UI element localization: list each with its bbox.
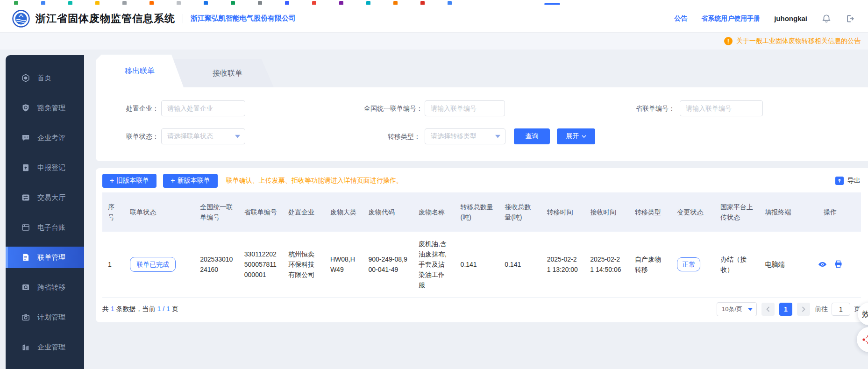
cell-waste-name: 废机油,含油废抹布,手套及沾染油工作服 bbox=[413, 232, 455, 297]
print-icon[interactable] bbox=[834, 260, 842, 268]
goto-page-input[interactable] bbox=[832, 303, 850, 316]
page-separator: / bbox=[163, 305, 164, 312]
sidebar-item-manifest[interactable]: 联单管理 bbox=[6, 247, 84, 268]
bookmark-favicon[interactable] bbox=[258, 1, 262, 5]
bookmark-favicon[interactable] bbox=[312, 1, 316, 5]
sidebar-item-declaration[interactable]: 申报登记 bbox=[6, 157, 84, 178]
bookmark-favicon[interactable] bbox=[204, 1, 208, 5]
manifest-table: 序号 联单状态 全国统一联单编号 省联单编号 处置企业 废物大类 废物代码 废物… bbox=[102, 192, 861, 298]
company-name: 浙江聚弘凯智能电气股份有限公司 bbox=[191, 14, 296, 23]
expand-button[interactable]: 展开 bbox=[557, 128, 595, 144]
bookmark-favicon[interactable] bbox=[420, 1, 425, 5]
view-icon[interactable] bbox=[818, 261, 827, 268]
announcement-icon: ! bbox=[724, 37, 733, 45]
total-count: 1 bbox=[111, 305, 114, 312]
bookmark-favicon[interactable] bbox=[231, 1, 235, 5]
bookmark-favicon[interactable] bbox=[366, 1, 370, 5]
sidebar-item-evaluation[interactable]: 企业考评 bbox=[6, 127, 84, 149]
declaration-icon bbox=[21, 163, 30, 172]
chevron-down-icon bbox=[582, 135, 586, 138]
cell-transfer-qty: 0.141 bbox=[455, 232, 499, 297]
column-header: 填报终端 bbox=[760, 192, 800, 232]
next-page-button[interactable] bbox=[797, 303, 810, 316]
sidebar: 首页 豁免管理 企业考评 申报登记 交易大厅 电子台账 联单管理 bbox=[6, 55, 84, 369]
cell-operations bbox=[799, 232, 861, 297]
chevron-left-icon bbox=[766, 306, 770, 312]
column-header: 操作 bbox=[799, 192, 861, 232]
cell-transfer-time: 2025-02-21 13:20:00 bbox=[541, 232, 585, 297]
search-button-label: 查询 bbox=[526, 132, 539, 141]
exchange-icon bbox=[21, 193, 30, 202]
cell-receive-qty: 0.141 bbox=[499, 232, 541, 297]
sidebar-item-enterprise[interactable]: 企业管理 bbox=[6, 336, 84, 358]
home-icon bbox=[21, 74, 30, 82]
cell-status: 联单已完成 bbox=[124, 232, 194, 297]
export-label: 导出 bbox=[847, 177, 861, 185]
page-size-select[interactable]: 10条/页 bbox=[717, 302, 757, 316]
new-version-manifest-button[interactable]: + 新版本联单 bbox=[163, 174, 217, 188]
total-pages: 1 bbox=[166, 305, 170, 312]
search-button[interactable]: 查询 bbox=[514, 128, 550, 144]
national-manifest-no-input[interactable] bbox=[425, 100, 505, 116]
disposal-company-input[interactable] bbox=[161, 100, 245, 116]
app-header: 浙江省固体废物监管信息系统 浙江聚弘凯智能电气股份有限公司 公告 省系统用户使用… bbox=[0, 5, 868, 33]
province-manifest-no-input[interactable] bbox=[680, 100, 763, 116]
notification-bell-icon[interactable] bbox=[821, 14, 832, 24]
operation-tip: 联单确认、上传发票、拒收等功能请进入详情页面进行操作。 bbox=[226, 177, 403, 185]
sidebar-item-label: 申报登记 bbox=[37, 163, 65, 172]
page-size-value: 10条/页 bbox=[722, 305, 742, 313]
sidebar-item-ledger[interactable]: 电子台账 bbox=[6, 217, 84, 238]
old-version-manifest-button[interactable]: + 旧版本联单 bbox=[102, 174, 157, 188]
bookmark-favicon[interactable] bbox=[95, 1, 100, 5]
logout-icon[interactable] bbox=[846, 14, 855, 23]
floating-widget-share[interactable] bbox=[857, 327, 868, 352]
column-header: 处置企业 bbox=[283, 192, 325, 232]
notice-link[interactable]: 关于一般工业固体废物转移相关信息的公告 bbox=[736, 37, 861, 45]
page-number-button[interactable]: 1 bbox=[779, 303, 792, 316]
username[interactable]: juhongkai bbox=[774, 14, 807, 22]
user-manual-link[interactable]: 省系统用户使用手册 bbox=[701, 14, 760, 23]
bookmark-favicon[interactable] bbox=[68, 1, 72, 5]
province-manifest-no-label: 省联单编号： bbox=[582, 100, 675, 116]
bookmark-favicon[interactable] bbox=[448, 1, 452, 5]
tab-outbound-manifest[interactable]: 移出联单 bbox=[96, 55, 184, 87]
export-button[interactable]: 导出 bbox=[835, 177, 861, 185]
expand-button-label: 展开 bbox=[566, 132, 579, 141]
bookmark-favicon[interactable] bbox=[149, 1, 154, 5]
transfer-type-select[interactable]: 请选择转移类型 bbox=[425, 128, 505, 144]
national-manifest-no-label: 全国统一联单编号： bbox=[311, 100, 423, 116]
table-header-row: 序号 联单状态 全国统一联单编号 省联单编号 处置企业 废物大类 废物代码 废物… bbox=[102, 192, 861, 232]
new-version-label: 新版本联单 bbox=[178, 177, 210, 185]
cell-change-status: 正常 bbox=[671, 232, 715, 297]
column-header: 国家平台上传状态 bbox=[715, 192, 760, 232]
select-placeholder: 请选择联单状态 bbox=[167, 132, 213, 141]
transfer-type-label: 转移类型： bbox=[311, 128, 420, 144]
bookmark-favicon[interactable] bbox=[285, 1, 289, 5]
sidebar-item-exemption[interactable]: 豁免管理 bbox=[6, 97, 84, 119]
tab-inbound-manifest[interactable]: 接收联单 bbox=[174, 59, 274, 87]
prev-page-button[interactable] bbox=[761, 303, 775, 316]
sidebar-item-trading-hall[interactable]: 交易大厅 bbox=[6, 187, 84, 208]
bookmark-favicon[interactable] bbox=[14, 1, 18, 5]
cell-receive-time: 2025-02-21 14:50:06 bbox=[584, 232, 629, 297]
bookmark-favicon[interactable] bbox=[177, 1, 181, 5]
bookmark-favicon[interactable] bbox=[339, 1, 343, 5]
bookmark-favicon[interactable] bbox=[122, 1, 127, 5]
column-header: 接收总数量(吨) bbox=[499, 192, 541, 232]
sidebar-item-cross-province[interactable]: 跨省转移 bbox=[6, 277, 84, 298]
plan-icon bbox=[21, 313, 30, 321]
cell-waste-code: 900-249-08,900-041-49 bbox=[363, 232, 413, 297]
chevron-down-icon bbox=[495, 135, 500, 138]
goto-label: 前往 bbox=[815, 305, 828, 313]
column-header: 转移时间 bbox=[541, 192, 585, 232]
bookmark-favicon[interactable] bbox=[41, 1, 45, 5]
column-header: 省联单编号 bbox=[239, 192, 283, 232]
browser-bookmark-strip bbox=[0, 0, 868, 5]
announcement-link[interactable]: 公告 bbox=[674, 14, 687, 23]
sidebar-item-label: 企业考评 bbox=[37, 134, 65, 142]
sidebar-item-plan[interactable]: 计划管理 bbox=[6, 306, 84, 328]
manifest-status-select[interactable]: 请选择联单状态 bbox=[161, 128, 245, 144]
cell-platform-status: 办结（接收） bbox=[715, 232, 760, 297]
bookmark-favicon[interactable] bbox=[393, 1, 398, 5]
sidebar-item-home[interactable]: 首页 bbox=[6, 67, 84, 89]
